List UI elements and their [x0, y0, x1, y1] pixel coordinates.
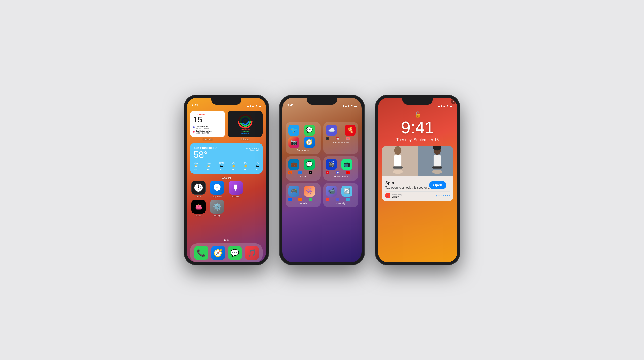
appstore-icon: 🅐 — [210, 181, 224, 195]
calendar-label: Calendar — [190, 138, 225, 141]
notif-open-button[interactable]: Open — [429, 181, 446, 189]
wifi-icon: ▼ — [255, 104, 258, 107]
wallet-icon: 👛 — [191, 200, 206, 214]
weather-hour-1pm: 1PM ☀️ 66° — [232, 162, 235, 171]
app-podcasts[interactable]: 🎙 Podcasts — [227, 181, 244, 198]
app-settings[interactable]: ⚙️ Settings — [209, 200, 225, 217]
page-dots — [187, 239, 266, 241]
status-time-phone1: 9:41 — [192, 103, 198, 107]
notif-photo-left — [382, 146, 418, 176]
cal-event-2-time: 12:30 – 2:00 PM — [196, 132, 212, 134]
signal-icon-p2: ▲▲▲ — [342, 104, 350, 107]
dock-messages[interactable]: 💬 — [228, 246, 242, 260]
notif-powered-by: 🛴 Powered by Spin™ ⊕ App Store › — [385, 191, 450, 198]
app-store-link[interactable]: ⊕ App Store › — [436, 194, 450, 197]
app-wallet[interactable]: 👛 Wallet — [190, 200, 207, 217]
battery-icon-p2: ▬ — [354, 104, 357, 107]
notch — [211, 98, 242, 105]
dock-safari[interactable]: 🧭 — [211, 246, 225, 260]
lock-date: Tuesday, September 15 — [378, 138, 457, 142]
cal-dot-pink — [193, 131, 195, 133]
app-appstore[interactable]: 🅐 App Store — [209, 181, 225, 198]
podcasts-icon: 🎙 — [229, 181, 243, 195]
app-mini-arc-1 — [288, 198, 292, 201]
fitness-widget[interactable]: 375/500CAL 19/30MIN 4/12HRS — [228, 111, 263, 137]
settings-label: Settings — [214, 214, 221, 217]
dock-phone[interactable]: 📞 — [194, 246, 208, 260]
notification-card[interactable]: ✕ — [382, 146, 453, 201]
dot-2 — [227, 239, 229, 241]
app-rec1: ☁️ — [326, 125, 337, 136]
app-mini-social-1: 🐾 — [288, 171, 292, 174]
app-mini-ent-1: N — [326, 171, 329, 174]
dock-music[interactable]: 🎵 — [245, 246, 259, 260]
powered-by-name: Spin™ — [392, 196, 403, 198]
svg-point-18 — [393, 170, 403, 174]
app-mini-3: ✂️ — [346, 137, 350, 140]
app-mini-arc-2 — [298, 198, 302, 201]
fitness-minutes: 19/30MIN — [240, 131, 250, 132]
spin-app-icon: 🛴 — [385, 193, 390, 198]
app-mini-1: 🗞 — [326, 137, 329, 140]
calendar-events: Hike with Tejo 9:45 – 11:00 AM Dentist a… — [193, 125, 222, 134]
notch-phone3 — [403, 98, 433, 105]
app-mini-social-2: f — [298, 171, 302, 174]
notif-photos: ✕ — [382, 146, 453, 176]
weather-highlow: H:66° L:55° — [246, 150, 259, 152]
svg-rect-24 — [432, 166, 442, 169]
home-screen-content: 9:41 ▲▲▲ ▼ ▬ TUESDAY 15 — [187, 98, 266, 262]
cal-event-1-title: Hike with Tejo — [196, 125, 209, 127]
weather-temp: 58° — [194, 150, 218, 160]
weather-condition: Partly Cloudy — [246, 147, 259, 150]
weather-city: San Francisco ↗ — [194, 146, 218, 150]
weather-widget[interactable]: San Francisco ↗ 58° Partly Cloudy H:66° … — [190, 143, 263, 174]
svg-rect-19 — [393, 166, 403, 169]
cal-event-1: Hike with Tejo 9:45 – 11:00 AM — [193, 125, 222, 129]
fitness-calories: 375/500CAL — [240, 129, 250, 131]
settings-icon: ⚙️ — [210, 200, 224, 214]
weather-hour-10am: 10AM ⛅ 58° — [194, 162, 198, 171]
category-social[interactable]: 💼 💬 🐾 f n Social — [286, 156, 321, 181]
weather-hour-2pm: 2PM ☀️ 66° — [244, 162, 247, 171]
svg-text:12: 12 — [198, 184, 199, 185]
svg-point-16 — [394, 146, 401, 155]
category-entertainment[interactable]: 🎬 📺 N 💬 ▶ Entertainment — [323, 156, 358, 181]
weather-hour-11am: 11AM ⛅ 60° — [206, 162, 211, 171]
status-icons-phone2: ▲▲▲ ▼ ▬ — [342, 104, 357, 107]
app-creativity1: 📹 — [326, 186, 337, 197]
app-mini-cre-3 — [346, 198, 350, 201]
phone-home: 9:41 ▲▲▲ ▼ ▬ TUESDAY 15 — [184, 95, 269, 265]
app-linkedin: 💼 — [288, 159, 299, 170]
entertainment-label: Entertainment — [326, 175, 356, 178]
clock-label: Clock — [196, 195, 201, 198]
weather-label: Weather — [187, 177, 266, 179]
app-disney: 🎬 — [326, 159, 337, 170]
calendar-widget[interactable]: TUESDAY 15 Hike with Tejo 9:45 – 11:00 A… — [190, 111, 225, 137]
svg-rect-22 — [434, 155, 441, 167]
app-clock[interactable]: 9 12 3 6 Clock — [190, 181, 207, 198]
app-arcade2: 👾 — [304, 186, 315, 197]
calendar-date: 15 — [193, 116, 222, 124]
status-icons-phone3: ▲▲▲ ▼ ▬ — [438, 104, 452, 107]
arcade-label: Arcade — [288, 202, 318, 205]
app-mini-social-3: n — [309, 171, 312, 174]
app-twitter: 🐦 — [288, 125, 299, 136]
phone-app-library: 9:41 ▲▲▲ ▼ ▬ 🔍 App Library 🐦 💬 — [279, 95, 365, 265]
svg-point-10 — [198, 187, 199, 188]
category-suggestions[interactable]: 🐦 💬 📷 🧭 Suggestions — [286, 122, 321, 154]
social-label: Social — [288, 175, 318, 178]
category-arcade[interactable]: 🎮 👾 Arcade — [286, 183, 321, 207]
app-grid: 9 12 3 6 Clock 🅐 App Store — [187, 181, 266, 217]
recently-added-label: Recently Added — [326, 141, 356, 144]
app-instagram: 📷 — [288, 137, 299, 148]
weather-forecast: 10AM ⛅ 58° 11AM ⛅ 60° 12PM � — [194, 162, 259, 171]
category-creativity[interactable]: 📹 🔄 Creativity — [323, 183, 358, 207]
phones-container: 9:41 ▲▲▲ ▼ ▬ TUESDAY 15 — [174, 84, 470, 276]
app-rec2: 🍕 — [345, 125, 356, 136]
fitness-stats: 375/500CAL 19/30MIN 4/12HRS — [240, 129, 250, 134]
app-empty — [246, 181, 263, 198]
app-arcade1: 🎮 — [288, 186, 299, 197]
fitness-label: Fitness — [228, 138, 263, 141]
category-recently-added[interactable]: ☁️ 🍕 🗞 📰 ✂️ Recently Added — [323, 122, 358, 154]
app-mini-cre-2 — [336, 198, 339, 201]
